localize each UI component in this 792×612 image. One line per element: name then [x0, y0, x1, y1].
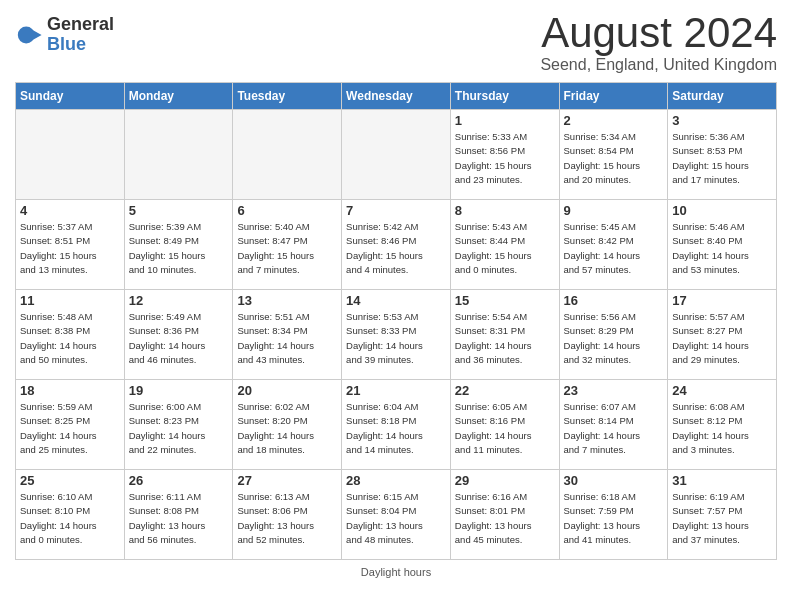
day-info: Sunrise: 6:16 AMSunset: 8:01 PMDaylight:…	[455, 490, 555, 547]
calendar-cell: 19Sunrise: 6:00 AMSunset: 8:23 PMDayligh…	[124, 380, 233, 470]
logo-blue-text: Blue	[47, 35, 114, 55]
day-info: Sunrise: 6:11 AMSunset: 8:08 PMDaylight:…	[129, 490, 229, 547]
day-info: Sunrise: 5:54 AMSunset: 8:31 PMDaylight:…	[455, 310, 555, 367]
day-number: 16	[564, 293, 664, 308]
day-info: Sunrise: 5:33 AMSunset: 8:56 PMDaylight:…	[455, 130, 555, 187]
day-number: 3	[672, 113, 772, 128]
day-number: 30	[564, 473, 664, 488]
calendar-cell: 12Sunrise: 5:49 AMSunset: 8:36 PMDayligh…	[124, 290, 233, 380]
day-info: Sunrise: 5:48 AMSunset: 8:38 PMDaylight:…	[20, 310, 120, 367]
calendar-week-row: 11Sunrise: 5:48 AMSunset: 8:38 PMDayligh…	[16, 290, 777, 380]
day-of-week-header: Sunday	[16, 83, 125, 110]
logo: General Blue	[15, 15, 114, 55]
day-number: 31	[672, 473, 772, 488]
calendar-cell: 15Sunrise: 5:54 AMSunset: 8:31 PMDayligh…	[450, 290, 559, 380]
day-info: Sunrise: 5:46 AMSunset: 8:40 PMDaylight:…	[672, 220, 772, 277]
day-number: 20	[237, 383, 337, 398]
day-number: 25	[20, 473, 120, 488]
calendar-cell: 3Sunrise: 5:36 AMSunset: 8:53 PMDaylight…	[668, 110, 777, 200]
calendar-cell: 8Sunrise: 5:43 AMSunset: 8:44 PMDaylight…	[450, 200, 559, 290]
day-info: Sunrise: 5:45 AMSunset: 8:42 PMDaylight:…	[564, 220, 664, 277]
day-info: Sunrise: 5:37 AMSunset: 8:51 PMDaylight:…	[20, 220, 120, 277]
day-info: Sunrise: 5:34 AMSunset: 8:54 PMDaylight:…	[564, 130, 664, 187]
calendar-week-row: 25Sunrise: 6:10 AMSunset: 8:10 PMDayligh…	[16, 470, 777, 560]
calendar-cell: 22Sunrise: 6:05 AMSunset: 8:16 PMDayligh…	[450, 380, 559, 470]
calendar-cell: 6Sunrise: 5:40 AMSunset: 8:47 PMDaylight…	[233, 200, 342, 290]
day-info: Sunrise: 6:13 AMSunset: 8:06 PMDaylight:…	[237, 490, 337, 547]
day-number: 24	[672, 383, 772, 398]
day-number: 12	[129, 293, 229, 308]
calendar-cell: 11Sunrise: 5:48 AMSunset: 8:38 PMDayligh…	[16, 290, 125, 380]
calendar-body: 1Sunrise: 5:33 AMSunset: 8:56 PMDaylight…	[16, 110, 777, 560]
day-number: 18	[20, 383, 120, 398]
location: Seend, England, United Kingdom	[540, 56, 777, 74]
day-info: Sunrise: 5:36 AMSunset: 8:53 PMDaylight:…	[672, 130, 772, 187]
calendar-cell: 9Sunrise: 5:45 AMSunset: 8:42 PMDaylight…	[559, 200, 668, 290]
day-number: 2	[564, 113, 664, 128]
days-of-week-row: SundayMondayTuesdayWednesdayThursdayFrid…	[16, 83, 777, 110]
calendar-week-row: 1Sunrise: 5:33 AMSunset: 8:56 PMDaylight…	[16, 110, 777, 200]
day-info: Sunrise: 6:08 AMSunset: 8:12 PMDaylight:…	[672, 400, 772, 457]
calendar-cell: 5Sunrise: 5:39 AMSunset: 8:49 PMDaylight…	[124, 200, 233, 290]
calendar-cell: 21Sunrise: 6:04 AMSunset: 8:18 PMDayligh…	[342, 380, 451, 470]
day-info: Sunrise: 5:39 AMSunset: 8:49 PMDaylight:…	[129, 220, 229, 277]
calendar-cell: 31Sunrise: 6:19 AMSunset: 7:57 PMDayligh…	[668, 470, 777, 560]
day-number: 27	[237, 473, 337, 488]
day-number: 19	[129, 383, 229, 398]
footer-note: Daylight hours	[15, 566, 777, 578]
day-number: 15	[455, 293, 555, 308]
calendar-cell: 26Sunrise: 6:11 AMSunset: 8:08 PMDayligh…	[124, 470, 233, 560]
calendar-table: SundayMondayTuesdayWednesdayThursdayFrid…	[15, 82, 777, 560]
day-number: 26	[129, 473, 229, 488]
calendar-cell	[124, 110, 233, 200]
day-number: 14	[346, 293, 446, 308]
calendar-cell: 7Sunrise: 5:42 AMSunset: 8:46 PMDaylight…	[342, 200, 451, 290]
logo-text: General Blue	[47, 15, 114, 55]
day-number: 11	[20, 293, 120, 308]
day-info: Sunrise: 5:56 AMSunset: 8:29 PMDaylight:…	[564, 310, 664, 367]
svg-marker-1	[32, 29, 42, 40]
calendar-cell: 18Sunrise: 5:59 AMSunset: 8:25 PMDayligh…	[16, 380, 125, 470]
day-number: 21	[346, 383, 446, 398]
day-number: 9	[564, 203, 664, 218]
day-info: Sunrise: 5:40 AMSunset: 8:47 PMDaylight:…	[237, 220, 337, 277]
day-of-week-header: Tuesday	[233, 83, 342, 110]
calendar-cell: 13Sunrise: 5:51 AMSunset: 8:34 PMDayligh…	[233, 290, 342, 380]
day-info: Sunrise: 5:51 AMSunset: 8:34 PMDaylight:…	[237, 310, 337, 367]
calendar-cell: 20Sunrise: 6:02 AMSunset: 8:20 PMDayligh…	[233, 380, 342, 470]
day-info: Sunrise: 6:15 AMSunset: 8:04 PMDaylight:…	[346, 490, 446, 547]
calendar-cell: 27Sunrise: 6:13 AMSunset: 8:06 PMDayligh…	[233, 470, 342, 560]
day-of-week-header: Monday	[124, 83, 233, 110]
day-info: Sunrise: 5:49 AMSunset: 8:36 PMDaylight:…	[129, 310, 229, 367]
calendar-cell: 4Sunrise: 5:37 AMSunset: 8:51 PMDaylight…	[16, 200, 125, 290]
day-of-week-header: Wednesday	[342, 83, 451, 110]
calendar-cell: 24Sunrise: 6:08 AMSunset: 8:12 PMDayligh…	[668, 380, 777, 470]
calendar-header: SundayMondayTuesdayWednesdayThursdayFrid…	[16, 83, 777, 110]
calendar-cell	[233, 110, 342, 200]
calendar-cell: 14Sunrise: 5:53 AMSunset: 8:33 PMDayligh…	[342, 290, 451, 380]
day-number: 23	[564, 383, 664, 398]
day-number: 4	[20, 203, 120, 218]
day-info: Sunrise: 6:18 AMSunset: 7:59 PMDaylight:…	[564, 490, 664, 547]
day-info: Sunrise: 5:43 AMSunset: 8:44 PMDaylight:…	[455, 220, 555, 277]
day-number: 7	[346, 203, 446, 218]
day-of-week-header: Friday	[559, 83, 668, 110]
daylight-hours-label: Daylight hours	[361, 566, 431, 578]
calendar-cell: 16Sunrise: 5:56 AMSunset: 8:29 PMDayligh…	[559, 290, 668, 380]
day-info: Sunrise: 6:00 AMSunset: 8:23 PMDaylight:…	[129, 400, 229, 457]
calendar-cell: 2Sunrise: 5:34 AMSunset: 8:54 PMDaylight…	[559, 110, 668, 200]
day-info: Sunrise: 5:57 AMSunset: 8:27 PMDaylight:…	[672, 310, 772, 367]
calendar-cell: 17Sunrise: 5:57 AMSunset: 8:27 PMDayligh…	[668, 290, 777, 380]
day-info: Sunrise: 6:10 AMSunset: 8:10 PMDaylight:…	[20, 490, 120, 547]
calendar-cell: 25Sunrise: 6:10 AMSunset: 8:10 PMDayligh…	[16, 470, 125, 560]
calendar-cell: 30Sunrise: 6:18 AMSunset: 7:59 PMDayligh…	[559, 470, 668, 560]
calendar-week-row: 4Sunrise: 5:37 AMSunset: 8:51 PMDaylight…	[16, 200, 777, 290]
calendar-cell: 1Sunrise: 5:33 AMSunset: 8:56 PMDaylight…	[450, 110, 559, 200]
day-of-week-header: Thursday	[450, 83, 559, 110]
calendar-cell	[342, 110, 451, 200]
day-number: 28	[346, 473, 446, 488]
day-number: 8	[455, 203, 555, 218]
day-info: Sunrise: 6:02 AMSunset: 8:20 PMDaylight:…	[237, 400, 337, 457]
day-info: Sunrise: 5:53 AMSunset: 8:33 PMDaylight:…	[346, 310, 446, 367]
calendar-cell: 23Sunrise: 6:07 AMSunset: 8:14 PMDayligh…	[559, 380, 668, 470]
